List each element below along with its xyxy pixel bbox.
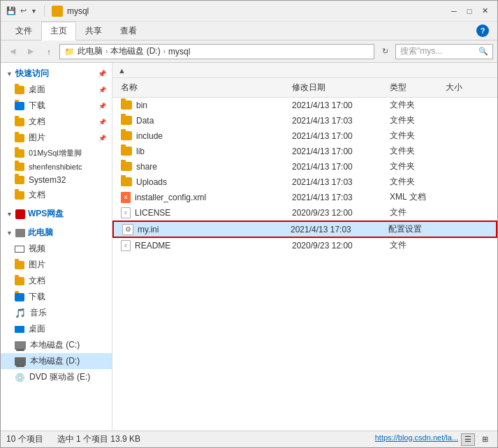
back-button[interactable]: ◀ <box>5 44 20 59</box>
wps-header[interactable]: ▼ WPS网盘 <box>1 206 112 222</box>
file-name-bin: bin <box>136 100 147 110</box>
file-row-lib[interactable]: lib 2021/4/13 17:00 文件夹 <box>112 144 497 159</box>
sort-indicator[interactable]: ▲ <box>118 66 126 75</box>
sidebar-item-downloads2[interactable]: 下载 <box>1 289 112 305</box>
file-cell-size-share <box>443 165 492 168</box>
file-name-data: Data <box>136 116 154 126</box>
this-pc-label: 此电脑 <box>28 227 53 239</box>
refresh-button[interactable]: ↻ <box>377 44 393 59</box>
sidebar-item-pics2[interactable]: 图片 <box>1 257 112 273</box>
sidebar-label-pics1: 图片 <box>29 132 45 144</box>
file-row-share[interactable]: share 2021/4/13 17:00 文件夹 <box>112 159 497 174</box>
video-icon <box>15 246 24 253</box>
sidebar-item-sfz[interactable]: shenfenshibietc <box>1 160 112 173</box>
sidebar-item-music[interactable]: 🎵 音乐 <box>1 305 112 321</box>
txt-icon-readme: ≡ <box>121 240 131 251</box>
file-name-xml: installer_config.xml <box>135 193 206 202</box>
tab-share[interactable]: 共享 <box>76 22 111 40</box>
address-path[interactable]: 📁 此电脑 › 本地磁盘 (D:) › mysql <box>59 44 374 59</box>
file-cell-size-license <box>443 211 492 214</box>
sidebar-label-mysql-script: 01MySql增量脚 <box>29 148 82 158</box>
search-text: 搜索"mys... <box>400 45 442 57</box>
sidebar-item-docs2[interactable]: 文档 <box>1 187 112 203</box>
file-row-bin[interactable]: bin 2021/4/13 17:00 文件夹 <box>112 98 497 113</box>
dropdown-icon[interactable]: ▼ <box>31 8 37 15</box>
file-row-include[interactable]: include 2021/4/13 17:00 文件夹 <box>112 128 497 144</box>
sidebar-label-downloads1: 下载 <box>29 100 45 112</box>
sidebar-item-desktop1[interactable]: 桌面 📌 <box>1 82 112 98</box>
file-cell-name-uploads: Uploads <box>118 176 289 188</box>
sidebar-label-sfz: shenfenshibietc <box>29 163 82 171</box>
sidebar-item-dvd[interactable]: 💿 DVD 驱动器 (E:) <box>1 369 112 385</box>
file-cell-type-bin: 文件夹 <box>387 98 443 112</box>
file-cell-size-data <box>443 119 492 122</box>
sidebar-item-downloads1[interactable]: 下载 📌 <box>1 98 112 114</box>
sidebar-item-docs3[interactable]: 文档 <box>1 273 112 289</box>
folder-icon-uploads <box>121 177 132 186</box>
file-cell-size-readme <box>443 244 492 247</box>
tab-home[interactable]: 主页 <box>41 22 76 40</box>
file-cell-date-bin: 2021/4/13 17:00 <box>289 99 387 112</box>
file-cell-type-lib: 文件夹 <box>387 144 443 158</box>
quick-access-header[interactable]: ▼ 快速访问 📌 <box>1 66 112 82</box>
wps-section: ▼ WPS网盘 <box>1 206 112 222</box>
header-name[interactable]: 名称 <box>118 80 289 96</box>
address-bar: ◀ ▶ ↑ 📁 此电脑 › 本地磁盘 (D:) › mysql ↻ 搜索"mys… <box>1 40 497 63</box>
view-toggle-grid[interactable]: ⊞ <box>478 433 492 446</box>
file-row-xml[interactable]: X installer_config.xml 2021/4/13 17:03 X… <box>112 190 497 205</box>
close-button[interactable]: ✕ <box>478 4 492 18</box>
file-header: 名称 修改日期 类型 大小 <box>112 78 497 98</box>
file-row-uploads[interactable]: Uploads 2021/4/13 17:03 文件夹 <box>112 174 497 190</box>
minimize-button[interactable]: ─ <box>447 4 461 18</box>
sidebar-item-desktop2[interactable]: 桌面 <box>1 321 112 337</box>
path-sep2: › <box>163 47 166 55</box>
file-cell-name-myini: my.ini <box>119 223 288 237</box>
this-pc-header[interactable]: ▼ 此电脑 <box>1 225 112 241</box>
file-cell-date-readme: 2020/9/23 12:00 <box>289 239 387 252</box>
sidebar-item-video[interactable]: 视频 <box>1 241 112 257</box>
sidebar-item-docs1[interactable]: 文档 📌 <box>1 114 112 130</box>
sidebar-item-drive-d[interactable]: 本地磁盘 (D:) <box>1 353 112 369</box>
dvd-icon: 💿 <box>15 373 25 382</box>
txt-icon-license: ≡ <box>121 207 131 218</box>
file-row-data[interactable]: Data 2021/4/13 17:03 文件夹 <box>112 113 497 128</box>
quick-access-label: 快速访问 <box>15 68 49 80</box>
header-date[interactable]: 修改日期 <box>289 80 387 96</box>
up-button[interactable]: ↑ <box>41 44 57 59</box>
file-cell-name-xml: X installer_config.xml <box>118 191 289 204</box>
forward-button[interactable]: ▶ <box>23 44 38 59</box>
folder-icon-lib <box>121 147 132 156</box>
status-right: https://blog.csdn.net/la... ☰ ⊞ <box>375 433 492 446</box>
file-cell-size-xml <box>443 196 492 199</box>
sidebar-label-dvd: DVD 驱动器 (E:) <box>29 371 90 383</box>
folder-icon-bin <box>121 100 132 110</box>
header-type[interactable]: 类型 <box>387 80 443 96</box>
ribbon: 文件 主页 共享 查看 ? <box>1 22 497 40</box>
sidebar-item-system32[interactable]: System32 <box>1 173 112 187</box>
link-hint[interactable]: https://blog.csdn.net/la... <box>375 433 458 446</box>
sidebar-item-pics1[interactable]: 图片 📌 <box>1 130 112 146</box>
this-pc-chevron: ▼ <box>6 230 13 237</box>
sidebar-item-mysql-script[interactable]: 01MySql增量脚 <box>1 146 112 160</box>
sidebar: ▼ 快速访问 📌 桌面 📌 下载 📌 文档 📌 <box>1 63 112 431</box>
maximize-button[interactable]: □ <box>462 4 476 18</box>
tab-view[interactable]: 查看 <box>111 22 146 40</box>
search-box[interactable]: 搜索"mys... 🔍 <box>395 44 493 59</box>
undo-icon[interactable]: ↩ <box>20 6 27 15</box>
mysql-script-icon <box>15 149 24 158</box>
file-row-myini[interactable]: my.ini 2021/4/13 17:03 配置设置 <box>112 221 497 238</box>
file-name-myini: my.ini <box>138 225 159 234</box>
sidebar-item-drive-c[interactable]: 本地磁盘 (C:) <box>1 337 112 353</box>
file-cell-name-bin: bin <box>118 99 289 112</box>
sidebar-label-system32: System32 <box>29 175 66 185</box>
path-drive: 本地磁盘 (D:) <box>110 45 160 57</box>
search-icon[interactable]: 🔍 <box>478 47 488 56</box>
tab-file[interactable]: 文件 <box>6 22 41 40</box>
header-size[interactable]: 大小 <box>443 80 492 96</box>
quick-save-icon[interactable]: 💾 <box>6 6 16 15</box>
help-icon[interactable]: ? <box>476 24 489 37</box>
file-row-license[interactable]: ≡ LICENSE 2020/9/23 12:00 文件 <box>112 205 497 221</box>
window-controls: ─ □ ✕ <box>447 4 492 18</box>
file-row-readme[interactable]: ≡ README 2020/9/23 12:00 文件 <box>112 238 497 253</box>
view-toggle-list[interactable]: ☰ <box>461 433 475 446</box>
